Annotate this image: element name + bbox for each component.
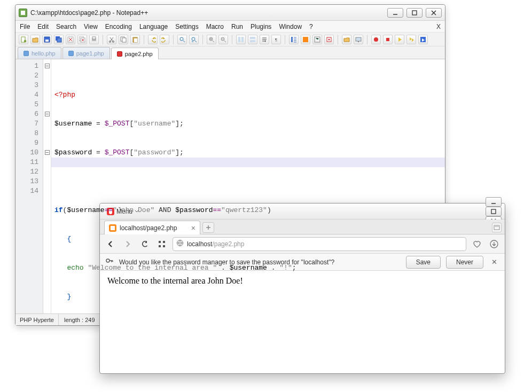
tb-zoom-in[interactable] (207, 35, 216, 44)
tb-macro-stop[interactable] (383, 35, 393, 44)
tb-new[interactable] (19, 35, 28, 44)
menu-file[interactable]: File (20, 23, 30, 30)
fold-column: −−− (43, 59, 51, 313)
menu-run[interactable]: Run (231, 23, 243, 30)
menu-window[interactable]: Window (279, 23, 302, 30)
tb-sync-h[interactable] (248, 35, 257, 44)
downloads-button[interactable] (488, 238, 500, 250)
tb-macro-record[interactable] (371, 35, 381, 44)
tab-status-icon (68, 51, 74, 56)
opera-window: Menu localhost/page2.php × localhost (99, 203, 505, 374)
toolbar-separator (202, 35, 203, 44)
menu-encoding[interactable]: Encoding (105, 23, 132, 30)
tab-label: hello.php (32, 50, 56, 57)
page-content: Welcome to the internal area John Doe! (100, 271, 505, 373)
tb-close[interactable] (66, 35, 75, 44)
menu-view[interactable]: View (84, 23, 98, 30)
svg-rect-24 (238, 37, 240, 42)
menu-macro[interactable]: Macro (206, 23, 224, 30)
notepadpp-icon (19, 9, 27, 17)
line-number-gutter: 1234567891011121314 (15, 59, 43, 313)
tb-func-list[interactable] (324, 35, 334, 44)
opera-maximize-button[interactable] (486, 207, 502, 216)
npp-close-button[interactable] (426, 8, 442, 18)
tab-page2-php[interactable]: page2.php (111, 48, 159, 59)
menu-plugins[interactable]: Plugins (251, 23, 271, 30)
svg-rect-16 (122, 38, 126, 42)
toolbar-separator (103, 35, 103, 44)
svg-rect-25 (241, 37, 244, 42)
tb-replace[interactable] (189, 35, 199, 44)
npp-tabbar: hello.php page1.php page2.php (15, 46, 445, 59)
toolbar-separator (173, 35, 174, 44)
tab-hello-php[interactable]: hello.php (18, 47, 61, 59)
tab-page1-php[interactable]: page1.php (62, 47, 110, 59)
svg-line-20 (183, 41, 185, 42)
menu-settings[interactable]: Settings (175, 23, 198, 30)
svg-rect-34 (356, 37, 361, 41)
svg-rect-5 (45, 40, 49, 42)
infobar-close-button[interactable]: ✕ (489, 258, 499, 266)
npp-menubar: File Edit Search View Encoding Language … (15, 21, 445, 33)
tb-save[interactable] (42, 35, 52, 44)
tb-macro-play[interactable] (395, 35, 404, 44)
page-text: Welcome to the internal area John Doe! (107, 276, 243, 285)
tb-close-all[interactable] (77, 35, 87, 44)
tb-open[interactable] (30, 35, 40, 44)
tb-doc-map[interactable] (312, 35, 322, 44)
svg-point-3 (24, 40, 26, 42)
minimize-icon (490, 198, 497, 206)
tb-macro-save[interactable] (418, 35, 428, 44)
npp-titlebar[interactable]: C:\xampp\htdocs\page2.php - Notepad++ (15, 5, 445, 21)
tb-monitor[interactable] (354, 35, 363, 44)
svg-point-49 (106, 259, 109, 262)
menu-help[interactable]: ? (309, 23, 313, 30)
svg-rect-26 (250, 37, 255, 39)
svg-point-21 (192, 37, 195, 41)
tb-folder[interactable] (342, 35, 351, 44)
menu-language[interactable]: Language (139, 23, 168, 30)
opera-tab-close[interactable]: × (191, 224, 195, 232)
menu-edit[interactable]: Edit (37, 23, 49, 30)
tab-status-icon (24, 51, 29, 56)
maximize-icon (490, 208, 497, 215)
tb-save-all[interactable] (54, 35, 64, 44)
never-save-password-button[interactable]: Never (446, 256, 483, 269)
tb-undo[interactable] (148, 35, 158, 44)
npp-maximize-button[interactable] (406, 8, 423, 18)
npp-close-doc-button[interactable]: X (436, 23, 441, 30)
svg-point-36 (374, 37, 378, 42)
npp-minimize-button[interactable] (387, 8, 403, 18)
current-line-highlight (51, 158, 445, 167)
svg-rect-40 (491, 209, 496, 214)
tb-redo[interactable] (160, 35, 169, 44)
tb-find[interactable] (177, 35, 187, 44)
menu-search[interactable]: Search (56, 23, 76, 30)
panel-icon (494, 225, 500, 230)
opera-minimize-button[interactable] (486, 197, 502, 207)
tb-paste[interactable] (130, 35, 140, 44)
tb-sync-v[interactable] (236, 35, 246, 44)
toolbar-separator (367, 35, 367, 44)
tb-all-chars[interactable]: ¶ (271, 35, 281, 44)
tb-copy[interactable] (119, 35, 128, 44)
svg-point-33 (328, 38, 330, 40)
svg-rect-37 (386, 38, 389, 41)
svg-rect-27 (250, 40, 255, 42)
tb-cut[interactable] (107, 35, 116, 44)
tb-wrap[interactable] (260, 35, 269, 44)
tb-macro-replay[interactable] (406, 35, 416, 44)
bookmark-button[interactable] (471, 238, 483, 250)
svg-rect-7 (57, 38, 61, 42)
opera-tabstrip: localhost/page2.php × (100, 219, 505, 234)
svg-text:¶: ¶ (275, 37, 277, 42)
tb-print[interactable] (89, 35, 99, 44)
svg-point-19 (180, 37, 183, 41)
opera-panel-button[interactable] (492, 223, 502, 232)
svg-rect-18 (134, 38, 137, 42)
opera-tab-active[interactable]: localhost/page2.php × (104, 221, 200, 234)
tb-lang[interactable] (301, 35, 310, 44)
opera-new-tab-button[interactable] (202, 222, 214, 233)
tb-indent-guide[interactable] (289, 35, 299, 44)
tb-zoom-out[interactable] (218, 35, 228, 44)
